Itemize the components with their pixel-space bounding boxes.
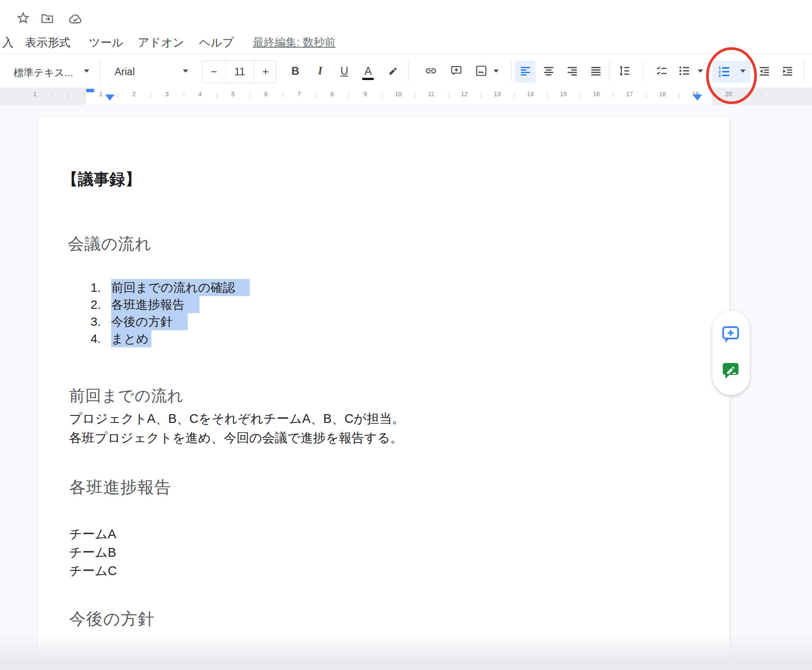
ruler-tick: [349, 94, 349, 98]
menu-item-addons[interactable]: アドオン: [138, 35, 184, 50]
svg-text:3: 3: [718, 73, 721, 78]
agenda-list-item[interactable]: 3. 今後の方針: [0, 313, 394, 330]
increase-indent-button[interactable]: [781, 65, 794, 79]
ruler-tick: [184, 94, 184, 98]
numbered-list-caret-icon[interactable]: [740, 70, 746, 73]
ruler-number: 1: [99, 91, 103, 98]
left-indent-marker[interactable]: [105, 94, 115, 101]
agenda-list-item[interactable]: 2. 各班進捗報告: [0, 296, 394, 313]
paragraph-style-caret-icon[interactable]: [84, 70, 89, 73]
insert-image-icon[interactable]: [475, 65, 487, 79]
ruler-number: 18: [659, 91, 666, 98]
selected-list-text[interactable]: 前回までの流れの確認: [111, 279, 250, 296]
doc-heading-policy[interactable]: 今後の方針: [69, 608, 155, 630]
insert-image-caret-icon[interactable]: [494, 70, 499, 73]
font-family-dropdown[interactable]: Arial: [115, 66, 135, 78]
selected-list-text[interactable]: 今後の方針: [111, 313, 188, 330]
doc-team-line[interactable]: チームA: [69, 526, 116, 543]
doc-paragraph[interactable]: プロジェクトA、B、CをそれぞれチームA、B、Cが担当。: [69, 410, 405, 428]
highlight-color-button[interactable]: [387, 65, 399, 79]
add-comment-side-button[interactable]: [721, 325, 741, 346]
ruler-tick: [745, 94, 746, 98]
ruler-number: 5: [231, 91, 235, 98]
doc-team-line[interactable]: チームC: [69, 562, 117, 580]
ruler-tick: [613, 94, 613, 98]
menu-item-format[interactable]: 表示形式: [25, 35, 70, 50]
ruler-tick: [316, 94, 316, 98]
text-color-swatch: [362, 78, 374, 80]
agenda-list-item[interactable]: 4. まとめ: [0, 330, 394, 347]
increase-font-size-button[interactable]: +: [254, 61, 277, 83]
cloud-saved-icon[interactable]: [68, 11, 83, 28]
ruler-number: 12: [461, 91, 468, 98]
insert-link-icon[interactable]: [425, 65, 437, 79]
selected-list-text[interactable]: まとめ: [111, 330, 151, 347]
ruler-number: 15: [560, 91, 567, 98]
bold-button[interactable]: B: [291, 65, 299, 77]
add-comment-icon[interactable]: [450, 65, 462, 79]
side-action-pill: [712, 311, 750, 395]
checklist-button[interactable]: [656, 65, 668, 79]
doc-team-line[interactable]: チームB: [69, 544, 116, 562]
decrease-font-size-button[interactable]: −: [203, 61, 225, 83]
doc-heading-previous[interactable]: 前回までの流れ: [69, 385, 184, 407]
ruler-tick: [778, 94, 779, 98]
menu-item-help[interactable]: ヘルプ: [199, 35, 234, 50]
doc-heading-progress[interactable]: 各班進捗報告: [69, 476, 172, 499]
ruler-tick: [18, 94, 19, 98]
ruler-tick: [52, 94, 52, 98]
ruler-tick: [84, 94, 85, 98]
paragraph-style-dropdown[interactable]: 標準テキス...: [14, 66, 73, 80]
menu-item-insert-partial[interactable]: 入: [2, 35, 14, 50]
align-right-button[interactable]: [566, 65, 578, 79]
move-folder-icon[interactable]: [40, 11, 54, 27]
bulleted-list-caret-icon[interactable]: [698, 70, 703, 73]
selected-list-text[interactable]: 各班進捗報告: [111, 296, 200, 313]
ruler-number: 7: [298, 91, 301, 98]
numbered-list-button[interactable]: 1 2 3: [718, 65, 731, 80]
agenda-list-item[interactable]: 1. 前回までの流れの確認: [0, 279, 394, 296]
ruler-tick: [679, 94, 679, 98]
document-workspace: 【議事録】 会議の流れ 1. 前回までの流れの確認 2. 各班進捗報告 3. 今…: [0, 105, 812, 670]
horizontal-ruler[interactable]: 11234567891011121314151617181920: [0, 87, 812, 105]
ruler-number: 1: [33, 91, 37, 98]
ruler-tick: [250, 94, 250, 98]
suggest-edits-button[interactable]: [721, 360, 741, 382]
ruler-number: 2: [132, 91, 136, 98]
ruler-tick: [382, 94, 382, 98]
toolbar-separator: [643, 61, 643, 81]
last-edit-link[interactable]: 最終編集: 数秒前: [253, 35, 336, 49]
first-line-indent-marker[interactable]: [86, 89, 94, 92]
ruler-tick: [514, 94, 514, 98]
bulleted-list-button[interactable]: [678, 65, 690, 79]
right-indent-marker[interactable]: [693, 94, 702, 101]
doc-title[interactable]: 【議事録】: [62, 169, 141, 190]
menu-divider: [0, 53, 812, 54]
star-icon[interactable]: [16, 10, 31, 27]
ruler-number: 8: [330, 91, 334, 98]
decrease-indent-button[interactable]: [758, 65, 770, 79]
font-family-caret-icon[interactable]: [183, 70, 188, 73]
align-justify-button[interactable]: [590, 65, 602, 79]
ruler-number: 3: [165, 91, 169, 98]
ruler-tick: [68, 94, 68, 98]
menu-item-tools[interactable]: ツール: [89, 35, 123, 50]
ruler-tick: [762, 94, 762, 98]
ruler-number: 9: [364, 91, 367, 98]
italic-button[interactable]: I: [318, 65, 322, 77]
doc-heading-agenda[interactable]: 会議の流れ: [68, 233, 152, 255]
ruler-number: 10: [395, 91, 402, 98]
list-number: 3.: [91, 313, 101, 330]
ruler-number: 11: [428, 91, 434, 98]
ruler-tick: [283, 94, 283, 98]
doc-paragraph[interactable]: 各班プロジェクトを進め、今回の会議で進捗を報告する。: [69, 429, 403, 447]
underline-button[interactable]: U: [340, 65, 348, 77]
align-center-button[interactable]: [542, 65, 555, 79]
ruler-tick: [580, 94, 581, 98]
ruler-tick: [150, 94, 151, 98]
ruler-tick: [712, 94, 713, 98]
align-left-button[interactable]: [519, 65, 532, 79]
font-size-input[interactable]: 11: [225, 61, 254, 83]
text-color-button[interactable]: A: [364, 65, 372, 77]
line-spacing-button[interactable]: [618, 65, 630, 79]
